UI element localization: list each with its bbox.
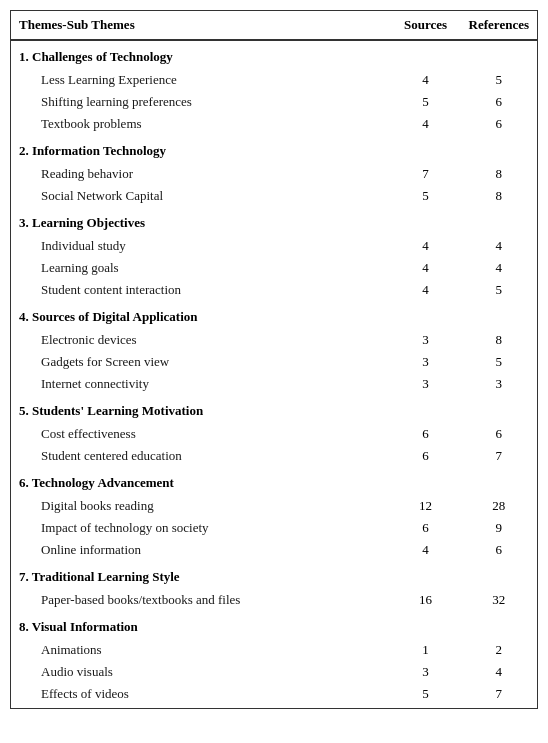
table-row: Internet connectivity 3 3: [11, 373, 537, 395]
table-row: Individual study 4 4: [11, 235, 537, 257]
col-references: References: [461, 11, 537, 40]
sources-value: 4: [391, 279, 461, 301]
theme-name: Less Learning Experience: [11, 69, 391, 91]
references-value: 7: [461, 445, 537, 467]
table-row: Learning goals 4 4: [11, 257, 537, 279]
section-row-1: 1. Challenges of Technology: [11, 40, 537, 69]
references-value: 6: [461, 91, 537, 113]
references-value: 32: [461, 589, 537, 611]
theme-name: Impact of technology on society: [11, 517, 391, 539]
table-body: 1. Challenges of Technology Less Learnin…: [11, 40, 537, 708]
references-value: 4: [461, 235, 537, 257]
references-value: 9: [461, 517, 537, 539]
section-title: 3. Learning Objectives: [11, 207, 537, 235]
section-row-3: 3. Learning Objectives: [11, 207, 537, 235]
sources-value: 5: [391, 185, 461, 207]
references-value: 5: [461, 69, 537, 91]
table-row: Audio visuals 3 4: [11, 661, 537, 683]
table-row: Shifting learning preferences 5 6: [11, 91, 537, 113]
references-value: 8: [461, 329, 537, 351]
theme-name: Shifting learning preferences: [11, 91, 391, 113]
table-row: Student centered education 6 7: [11, 445, 537, 467]
section-title: 1. Challenges of Technology: [11, 40, 537, 69]
table-row: Animations 1 2: [11, 639, 537, 661]
references-value: 8: [461, 185, 537, 207]
section-title: 4. Sources of Digital Application: [11, 301, 537, 329]
references-value: 3: [461, 373, 537, 395]
theme-name: Learning goals: [11, 257, 391, 279]
sources-value: 5: [391, 683, 461, 708]
sources-value: 3: [391, 351, 461, 373]
theme-name: Electronic devices: [11, 329, 391, 351]
section-row-5: 5. Students' Learning Motivation: [11, 395, 537, 423]
sources-value: 4: [391, 113, 461, 135]
theme-name: Paper-based books/textbooks and files: [11, 589, 391, 611]
section-title: 6. Technology Advancement: [11, 467, 537, 495]
sources-value: 6: [391, 445, 461, 467]
references-value: 5: [461, 351, 537, 373]
theme-name: Social Network Capital: [11, 185, 391, 207]
theme-name: Student centered education: [11, 445, 391, 467]
theme-name: Gadgets for Screen view: [11, 351, 391, 373]
theme-name: Effects of videos: [11, 683, 391, 708]
theme-name: Internet connectivity: [11, 373, 391, 395]
sources-value: 16: [391, 589, 461, 611]
col-themes: Themes-Sub Themes: [11, 11, 391, 40]
table-row: Less Learning Experience 4 5: [11, 69, 537, 91]
sources-value: 4: [391, 235, 461, 257]
col-sources: Sources: [391, 11, 461, 40]
sources-value: 3: [391, 329, 461, 351]
table-row: Paper-based books/textbooks and files 16…: [11, 589, 537, 611]
sources-value: 4: [391, 69, 461, 91]
table-header-row: Themes-Sub Themes Sources References: [11, 11, 537, 40]
references-value: 28: [461, 495, 537, 517]
sources-value: 3: [391, 661, 461, 683]
section-row-6: 6. Technology Advancement: [11, 467, 537, 495]
theme-name: Student content interaction: [11, 279, 391, 301]
table-row: Textbook problems 4 6: [11, 113, 537, 135]
table-row: Gadgets for Screen view 3 5: [11, 351, 537, 373]
references-value: 6: [461, 423, 537, 445]
table-row: Online information 4 6: [11, 539, 537, 561]
table-row: Electronic devices 3 8: [11, 329, 537, 351]
theme-name: Online information: [11, 539, 391, 561]
section-row-8: 8. Visual Information: [11, 611, 537, 639]
section-title: 8. Visual Information: [11, 611, 537, 639]
theme-name: Reading behavior: [11, 163, 391, 185]
section-title: 5. Students' Learning Motivation: [11, 395, 537, 423]
section-title: 7. Traditional Learning Style: [11, 561, 537, 589]
references-value: 6: [461, 539, 537, 561]
table-row: Student content interaction 4 5: [11, 279, 537, 301]
sources-value: 1: [391, 639, 461, 661]
sources-value: 6: [391, 517, 461, 539]
references-value: 6: [461, 113, 537, 135]
sources-value: 3: [391, 373, 461, 395]
sources-value: 7: [391, 163, 461, 185]
themes-table: Themes-Sub Themes Sources References 1. …: [11, 11, 537, 708]
table-row: Social Network Capital 5 8: [11, 185, 537, 207]
table-row: Effects of videos 5 7: [11, 683, 537, 708]
table-row: Digital books reading 12 28: [11, 495, 537, 517]
sources-value: 4: [391, 257, 461, 279]
references-value: 5: [461, 279, 537, 301]
table-row: Cost effectiveness 6 6: [11, 423, 537, 445]
sources-value: 6: [391, 423, 461, 445]
references-value: 4: [461, 257, 537, 279]
references-value: 2: [461, 639, 537, 661]
section-title: 2. Information Technology: [11, 135, 537, 163]
references-value: 4: [461, 661, 537, 683]
sources-value: 5: [391, 91, 461, 113]
section-row-4: 4. Sources of Digital Application: [11, 301, 537, 329]
table-row: Reading behavior 7 8: [11, 163, 537, 185]
theme-name: Individual study: [11, 235, 391, 257]
theme-name: Animations: [11, 639, 391, 661]
theme-name: Cost effectiveness: [11, 423, 391, 445]
references-value: 7: [461, 683, 537, 708]
sources-value: 4: [391, 539, 461, 561]
theme-name: Audio visuals: [11, 661, 391, 683]
section-row-2: 2. Information Technology: [11, 135, 537, 163]
theme-name: Digital books reading: [11, 495, 391, 517]
sources-value: 12: [391, 495, 461, 517]
table-row: Impact of technology on society 6 9: [11, 517, 537, 539]
section-row-7: 7. Traditional Learning Style: [11, 561, 537, 589]
